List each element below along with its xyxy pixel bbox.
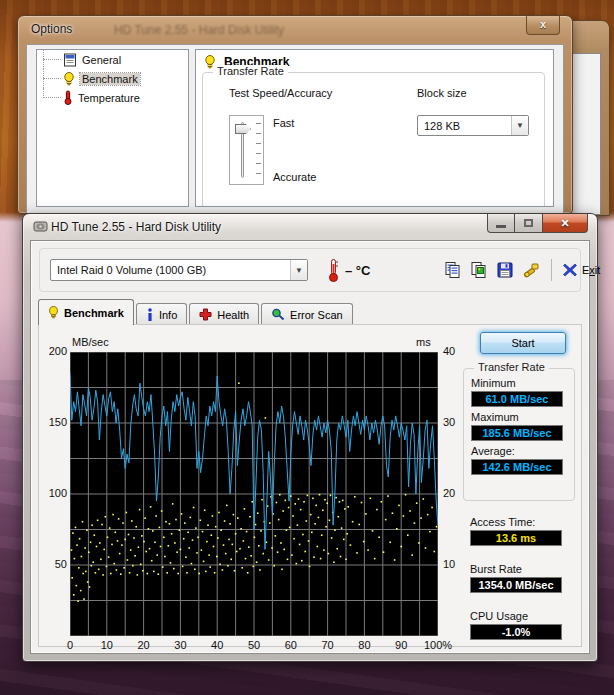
axis-tick-label: 40 [211, 639, 223, 651]
document-icon [63, 53, 77, 67]
axis-tick-label: 150 [41, 416, 67, 428]
axis-tick-label: 60 [285, 639, 297, 651]
hdtune-window[interactable]: HD Tune 2.55 - Hard Disk Utility ✕ Intel… [22, 213, 598, 662]
hdtune-window-title: HD Tune 2.55 - Hard Disk Utility [51, 220, 221, 234]
health-cross-icon [199, 308, 212, 321]
slider-thumb[interactable] [235, 124, 251, 134]
axis-tick-label: 50 [248, 639, 260, 651]
tab-benchmark[interactable]: Benchmark [38, 299, 134, 325]
tree-item-label: General [82, 54, 121, 66]
axis-tick-label: 30 [174, 639, 186, 651]
save-button[interactable] [492, 257, 518, 283]
maximize-button[interactable] [515, 214, 542, 233]
axis-tick-label: 0 [67, 639, 73, 651]
benchmark-tab-panel: Start Transfer Rate Minimum 61.0 MB/sec … [38, 324, 582, 647]
hdtune-app-icon [33, 219, 48, 234]
axis-tick-label: 100 [41, 487, 67, 499]
close-icon: ✕ [560, 217, 569, 230]
left-axis-unit-label: MB/sec [72, 336, 109, 348]
tab-health[interactable]: Health [189, 303, 259, 325]
exit-button[interactable]: Exit [559, 263, 604, 277]
drive-select[interactable]: Intel Raid 0 Volume (1000 GB) ▼ [50, 259, 308, 281]
hdtune-client-area: Intel Raid 0 Volume (1000 GB) ▼ – °C [30, 240, 590, 654]
cpu-usage-label: CPU Usage [470, 610, 562, 622]
tree-guide [43, 59, 61, 60]
access-time-label: Access Time: [470, 516, 562, 528]
slider-ticks [256, 123, 261, 174]
block-size-select[interactable]: 128 KB ▼ [417, 115, 529, 136]
exit-x-icon [563, 263, 577, 277]
tab-info[interactable]: Info [136, 303, 187, 325]
options-tree[interactable]: General Benchmark Temperature [36, 49, 189, 207]
options-benchmark-panel: Benchmark Transfer Rate Test Speed/Accur… [195, 49, 554, 207]
options-dialog[interactable]: Options HD Tune 2.55 - Hard Disk Utility… [17, 15, 573, 214]
right-axis-unit-label: ms [416, 336, 431, 348]
tab-label: Error Scan [290, 309, 343, 321]
close-button[interactable]: ✕ [542, 214, 588, 233]
tree-guide [43, 97, 61, 98]
slider-fast-label: Fast [273, 117, 294, 129]
maximum-value: 185.6 MB/sec [471, 425, 563, 441]
access-time-value: 13.6 ms [470, 530, 562, 546]
tree-item-label: Benchmark [80, 73, 140, 85]
slider-accurate-label: Accurate [273, 171, 316, 183]
toolbar-separator [551, 259, 552, 281]
tab-label: Benchmark [64, 307, 124, 319]
options-button[interactable] [518, 257, 544, 283]
tab-error-scan[interactable]: Error Scan [261, 303, 353, 325]
maximum-label: Maximum [471, 411, 574, 423]
axis-tick-label: 40 [443, 345, 455, 357]
cpu-usage-value: -1.0% [470, 624, 562, 640]
minimize-icon [496, 225, 506, 228]
benchmark-chart [70, 352, 438, 636]
groupbox-label: Transfer Rate [474, 361, 549, 373]
average-label: Average: [471, 445, 574, 457]
tree-guide [43, 78, 61, 79]
chevron-down-icon: ▼ [290, 260, 307, 280]
axis-tick-label: 100% [424, 639, 452, 651]
copy-text-icon [444, 261, 462, 279]
thermometer-icon [63, 90, 73, 105]
copy-text-button[interactable] [440, 257, 466, 283]
block-size-value: 128 KB [418, 120, 511, 132]
background-window-body [569, 53, 601, 215]
axis-tick-label: 90 [395, 639, 407, 651]
save-icon [496, 261, 514, 279]
burst-rate-value: 1354.0 MB/sec [470, 577, 562, 593]
toolbar: Intel Raid 0 Volume (1000 GB) ▼ – °C [39, 248, 581, 292]
error-scan-icon [271, 308, 285, 321]
bulb-icon [48, 306, 59, 319]
info-icon [146, 308, 154, 321]
speed-accuracy-slider[interactable] [229, 115, 264, 185]
tree-item-temperature[interactable]: Temperature [37, 88, 188, 107]
transfer-rate-results-group: Transfer Rate Minimum 61.0 MB/sec Maximu… [463, 368, 575, 501]
axis-tick-label: 30 [443, 416, 455, 428]
tree-item-benchmark[interactable]: Benchmark [37, 69, 188, 88]
temperature-readout: – °C [345, 263, 370, 278]
exit-label: Exit [582, 264, 600, 276]
minimum-value: 61.0 MB/sec [471, 391, 563, 407]
axis-tick-label: 70 [321, 639, 333, 651]
tab-label: Info [159, 309, 177, 321]
close-button[interactable]: x [526, 16, 560, 35]
tree-item-general[interactable]: General [37, 50, 188, 69]
chevron-down-icon: ▼ [511, 116, 528, 135]
options-dialog-title: Options [31, 22, 72, 36]
options-dialog-body: General Benchmark Temperature Benchmark [26, 44, 564, 213]
drive-select-value: Intel Raid 0 Volume (1000 GB) [51, 264, 290, 276]
block-size-label: Block size [417, 87, 467, 99]
copy-image-icon [470, 261, 488, 279]
thermometer-icon [328, 258, 339, 282]
bulb-icon [63, 72, 75, 86]
tree-item-label: Temperature [78, 92, 140, 104]
minimize-button[interactable] [487, 214, 515, 233]
tab-strip: Benchmark Info Health Error Scan [38, 299, 355, 325]
start-button[interactable]: Start [480, 332, 566, 354]
maximize-icon [524, 219, 533, 227]
tools-icon [522, 261, 540, 279]
copy-image-button[interactable] [466, 257, 492, 283]
axis-tick-label: 10 [443, 558, 455, 570]
groupbox-label: Transfer Rate [213, 65, 288, 77]
hdtune-titlebar[interactable]: HD Tune 2.55 - Hard Disk Utility ✕ [23, 214, 597, 240]
axis-tick-label: 50 [41, 558, 67, 570]
